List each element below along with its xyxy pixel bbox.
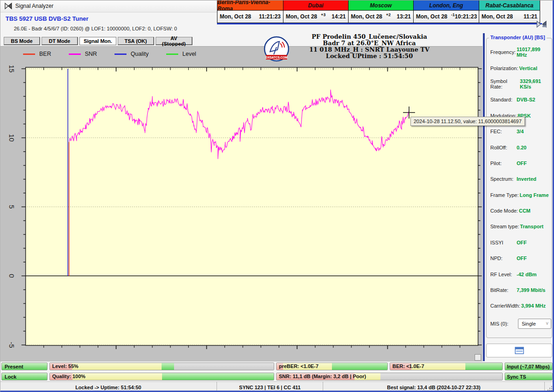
header-line-3: 11 018 MHz_H : SNRT Laayoune TV	[259, 47, 480, 53]
transponder-value: 3329,691 KS/s	[520, 78, 552, 89]
tuner-name: TBS 5927 USB DVB-S2 Tuner	[6, 15, 89, 22]
transponder-groupbox: Transponder (AU) [BS] Frequency:11017,89…	[486, 38, 552, 338]
mis-dropdown[interactable]: Single ˅	[518, 319, 551, 329]
status-badge-present: Present	[1, 362, 48, 370]
indicator-bar: Level: 55%	[49, 362, 274, 370]
mode-button-bs-mode[interactable]: BS Mode	[4, 37, 40, 45]
transponder-label: Code Mode:	[490, 208, 518, 214]
clock-utc-offset: +3	[321, 12, 325, 17]
clock-time-row: Mon, Oct 2811:21:23	[217, 11, 283, 23]
tuner-details: 26.0E - Badr 4/5/6/7 (ID: 0260) @ LOF1: …	[14, 26, 177, 31]
transponder-label: Pilot:	[490, 160, 516, 166]
export-icon	[515, 347, 524, 354]
clock-city-label: Rabat-Casablanca	[479, 0, 540, 11]
indicator-bar: Quality: 100%	[49, 373, 274, 380]
clock-city-label: London, Eng	[414, 0, 479, 11]
transponder-label: BitRate:	[490, 287, 516, 293]
transponder-value: -42 dBm	[517, 272, 536, 277]
transponder-label: Stream type:	[490, 224, 519, 229]
panel-splitter[interactable]	[483, 33, 485, 361]
svg-text:10: 10	[8, 134, 16, 142]
clock-city-label: Berlin-Paris-Vienna-Roma	[217, 0, 283, 11]
clock-cell-2: DubaiMon, Oct 28+314:21	[283, 0, 349, 23]
mode-button-signal-mon-[interactable]: Signal Mon.	[79, 37, 116, 45]
clock-cell-4: London, EngMon, Oct 28-110:21:23	[413, 0, 479, 23]
transponder-row: RollOff:0.20	[490, 139, 552, 155]
transponder-row: Spectrum:Inverted	[490, 171, 552, 187]
dxsatcs-logo: DXSATCS.COM	[264, 36, 289, 62]
indicator-bar: preBER: <1.0E-7	[276, 362, 388, 370]
transponder-label: Polarization:	[490, 65, 518, 71]
svg-text:0: 0	[8, 274, 16, 278]
legend-label: Quality	[131, 51, 149, 57]
transponder-row: Stream type:Transport	[490, 219, 552, 234]
transponder-value: 0.20	[517, 145, 526, 150]
transponder-value: DVB-S2	[517, 97, 535, 102]
bar-segment-yellow	[72, 373, 162, 380]
transponder-label: RollOff:	[490, 145, 516, 150]
clock-date: Mon, Oct 28	[351, 13, 382, 20]
transponder-value: OFF	[517, 255, 527, 261]
logo-text: DXSATCS.COM	[265, 56, 288, 59]
transponder-title: Transponder (AU) [BS]	[489, 35, 547, 40]
clock-time-row: Mon, Oct 2811:21	[479, 11, 540, 23]
reception-header: PF Prodelin 450_Lučenec/Slovakia Badr 7 …	[259, 34, 480, 59]
svg-text:5: 5	[8, 205, 16, 208]
clock-panel-underline	[217, 23, 542, 24]
export-button[interactable]	[486, 344, 552, 357]
chart-corner-box[interactable]	[475, 354, 481, 361]
mode-button-dt-mode[interactable]: DT Mode	[42, 37, 78, 45]
clock-date: Mon, Oct 28	[482, 13, 513, 20]
transponder-value: CCM	[519, 208, 530, 214]
transponder-row: NPD:OFF	[490, 250, 552, 266]
mode-button-tsa-ok-[interactable]: TSA (OK)	[118, 37, 154, 45]
legend-label: Level	[182, 51, 196, 57]
bar-segment-green	[465, 363, 502, 370]
header-line-4: Locked UPtime : 51:54:50	[259, 53, 480, 59]
transponder-value: Inverted	[517, 176, 536, 182]
chart-tooltip: 2024-10-28 11.12.50, value: 11,600000381…	[410, 117, 525, 126]
clock-cell-1: Berlin-Paris-Vienna-RomaMon, Oct 2811:21…	[217, 0, 283, 23]
transponder-row: CarrierWidth:3,994 MHz	[490, 298, 552, 314]
indicator-bar-label: SNR: 11,1 dB (Margin: 3,2 dB | Poor)	[279, 374, 366, 379]
bar-segment-green	[332, 363, 387, 370]
transponder-panel: Transponder (AU) [BS] Frequency:11017,89…	[486, 33, 552, 357]
status-badge-sync-ts: Sync TS	[505, 373, 553, 380]
clock-time-row: Mon, Oct 28+213:21	[349, 11, 413, 23]
bar-segment-green	[162, 363, 174, 370]
transponder-value: OFF	[517, 160, 527, 166]
mis-row: MIS (0): Single ˅	[490, 319, 552, 329]
transponder-value: OFF	[517, 240, 527, 245]
status-bar: Locked -> Uptime: 51:54:50SYNC 123 | TEI…	[0, 381, 554, 392]
legend-item-snr: SNR	[69, 51, 108, 57]
indicator-bar: SNR: 11,1 dB (Margin: 3,2 dB | Poor)	[276, 373, 503, 380]
transponder-row: RF Level:-42 dBm	[490, 266, 552, 282]
mode-button-av-stopped-[interactable]: AV (Stopped)	[156, 37, 193, 45]
transponder-value: 7,399 Mbit/s	[517, 287, 545, 293]
transponder-label: Spectrum:	[490, 176, 516, 182]
transponder-label: RF Level:	[490, 272, 516, 277]
clock-utc-offset: +2	[386, 12, 391, 17]
transponder-label: CarrierWidth:	[490, 303, 520, 309]
chart-legend: BERSNRQualityLevel	[23, 51, 207, 57]
resize-grip[interactable]	[545, 382, 554, 392]
mis-selected-value: Single	[522, 321, 536, 327]
legend-line-swatch	[114, 53, 126, 55]
clock-time-value: 11:21:23	[259, 13, 281, 20]
clock-time-value: 11:21	[524, 13, 537, 20]
legend-line-swatch	[69, 53, 81, 55]
signal-chart-area: BERSNRQualityLevel -5051015	[0, 46, 482, 362]
transponder-row: Symbol Rate:3329,691 KS/s	[490, 76, 552, 92]
mis-label: MIS (0):	[490, 321, 516, 327]
bar-segment-gray	[174, 363, 274, 370]
transponder-value: 3,994 MHz	[521, 303, 546, 309]
transponder-value: Transport	[520, 224, 543, 229]
transponder-row: Frame Type:Long Frame	[490, 187, 552, 203]
clock-date: Mon, Oct 28	[220, 13, 251, 20]
clock-time-value: 14:21	[331, 13, 346, 20]
clock-city-label: Moscow	[349, 0, 413, 11]
indicator-bar-label: Level: 55%	[52, 363, 78, 369]
transponder-value: 11017,899 MHz	[517, 47, 552, 58]
transponder-row: Frequency:11017,899 MHz	[490, 44, 552, 60]
legend-line-swatch	[23, 53, 35, 55]
